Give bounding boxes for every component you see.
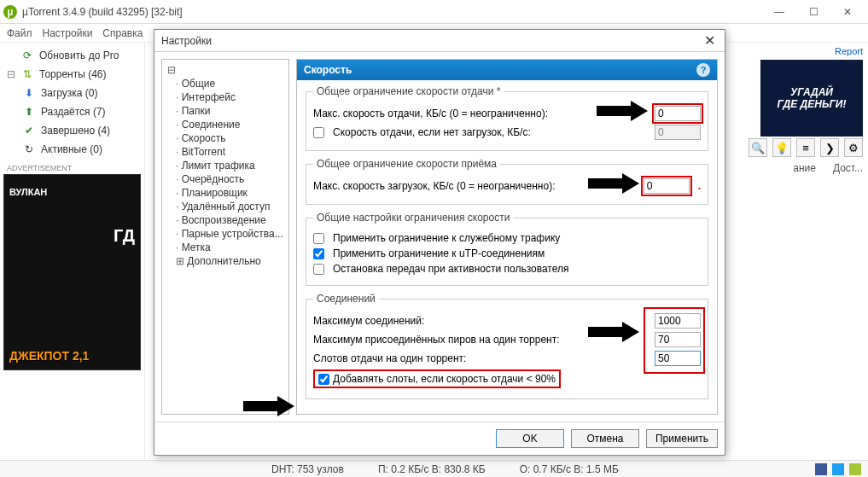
rss-button[interactable]: ≡ xyxy=(796,138,815,157)
alt-upload-input xyxy=(655,125,701,140)
sidebar-upgrade-label: Обновить до Pro xyxy=(39,49,119,61)
ad-label: ADVERTISEMENT xyxy=(0,159,144,172)
tree-general[interactable]: Общие xyxy=(167,77,283,90)
menu-settings[interactable]: Настройки xyxy=(43,27,93,39)
cancel-button[interactable]: Отмена xyxy=(571,429,639,448)
right-ad[interactable]: УГАДАЙ ГДЕ ДЕНЬГИ! xyxy=(760,60,863,137)
tree-playback[interactable]: Воспроизведение xyxy=(167,213,283,227)
max-download-label: Макс. скорость загрузок, КБ/с (0 = неогр… xyxy=(313,180,638,192)
tree-advanced[interactable]: Дополнительно xyxy=(167,254,283,268)
dialog-titlebar: Настройки ✕ xyxy=(154,30,725,52)
group-global-settings: Общие настройки ограничения скорости При… xyxy=(306,212,708,286)
remote-button[interactable]: ❯ xyxy=(820,138,839,157)
menu-file[interactable]: Файл xyxy=(7,27,32,39)
menu-help[interactable]: Справка xyxy=(102,27,143,39)
group-download-legend: Общее ограничение скорости приёма xyxy=(313,158,500,170)
gear-button[interactable]: ⚙ xyxy=(844,138,863,157)
ad-gde-text: ГД xyxy=(114,226,135,246)
sidebar-seeding-label: Раздаётся (7) xyxy=(41,106,106,118)
social-icons xyxy=(815,463,861,475)
settings-tree[interactable]: Общие Интерфейс Папки Соединение Скорост… xyxy=(161,59,289,415)
dialog-close-button[interactable]: ✕ xyxy=(701,32,718,49)
add-slots-row: Добавлять слоты, если скорость отдачи < … xyxy=(313,369,561,388)
statusbar: DHT: 753 узлов П: 0.2 КБ/с В: 830.8 КБ О… xyxy=(0,460,868,477)
group-upload-legend: Общее ограничение скорости отдачи * xyxy=(313,85,504,97)
apply-button[interactable]: Применить xyxy=(646,429,718,448)
sidebar-seeding[interactable]: ⬆Раздаётся (7) xyxy=(0,102,144,121)
slots-label: Слотов отдачи на один торрент: xyxy=(313,352,650,364)
add-slots-label: Добавлять слоты, если скорость отдачи < … xyxy=(333,373,556,385)
sidebar-torrents-label: Торренты (46) xyxy=(39,68,107,80)
tree-scheduler[interactable]: Планировщик xyxy=(167,186,283,200)
group-upload-limit: Общее ограничение скорости отдачи * Макс… xyxy=(306,85,708,151)
panel-header: Скорость ? xyxy=(297,60,717,80)
search-button[interactable]: 🔍 xyxy=(749,138,767,157)
apply-utp-label: Применить ограничение к uTP-соединениям xyxy=(333,247,545,259)
sidebar-active[interactable]: ↻Активные (0) xyxy=(0,140,144,159)
group-connections-legend: Соединений xyxy=(313,293,379,305)
col-header-2[interactable]: Дост... xyxy=(833,162,863,174)
twitter-icon[interactable] xyxy=(832,463,844,475)
max-download-input[interactable] xyxy=(644,178,690,194)
alt-upload-label: Скорость отдачи, если нет загрузок, КБ/с… xyxy=(333,126,650,138)
apply-utp-checkbox[interactable] xyxy=(313,248,324,259)
tree-bittorrent[interactable]: BitTorrent xyxy=(167,145,283,159)
close-button[interactable]: ✕ xyxy=(830,0,865,24)
sidebar-upgrade[interactable]: ⟳Обновить до Pro xyxy=(0,46,144,65)
group-connections: Соединений Максимум соединений: Максимум… xyxy=(306,293,708,399)
apply-overhead-checkbox[interactable] xyxy=(313,233,324,244)
sidebar: ⟳Обновить до Pro ⊟⇅Торренты (46) ⬇Загруз… xyxy=(0,43,145,460)
max-conn-label: Максимум соединений: xyxy=(313,315,650,327)
slots-input[interactable] xyxy=(655,351,701,366)
tree-speed[interactable]: Скорость xyxy=(167,131,283,145)
sidebar-downloading-label: Загрузка (0) xyxy=(41,87,98,99)
ad2-line1: УГАДАЙ xyxy=(790,86,833,98)
minimize-button[interactable]: — xyxy=(762,0,796,24)
dialog-title: Настройки xyxy=(161,35,701,47)
annotation-dot: . xyxy=(698,180,701,192)
stop-on-user-checkbox[interactable] xyxy=(313,264,324,275)
bulb-button[interactable]: 💡 xyxy=(772,138,791,157)
tree-bandwidth[interactable]: Лимит трафика xyxy=(167,159,283,172)
status-dht: DHT: 753 узлов xyxy=(271,463,344,475)
sidebar-torrents[interactable]: ⊟⇅Торренты (46) xyxy=(0,65,144,84)
tree-connection[interactable]: Соединение xyxy=(167,118,283,131)
col-header-1[interactable]: ание xyxy=(793,162,816,174)
tree-paired[interactable]: Парные устройства... xyxy=(167,227,283,241)
tree-remote[interactable]: Удалённый доступ xyxy=(167,200,283,213)
add-slots-checkbox[interactable] xyxy=(318,374,329,385)
max-upload-input[interactable] xyxy=(655,106,701,121)
tree-folders[interactable]: Папки xyxy=(167,104,283,118)
tree-queue[interactable]: Очерёдность xyxy=(167,172,283,186)
sidebar-downloading[interactable]: ⬇Загрузка (0) xyxy=(0,84,144,102)
list-headers: ание Дост... xyxy=(793,162,863,174)
ok-button[interactable]: OK xyxy=(496,429,564,448)
max-peers-input[interactable] xyxy=(655,332,701,347)
main-titlebar: µ µTorrent 3.4.9 (build 43295) [32-bit] … xyxy=(0,0,868,24)
tree-interface[interactable]: Интерфейс xyxy=(167,90,283,104)
group-download-limit: Общее ограничение скорости приёма Макс. … xyxy=(306,158,708,205)
group-global-legend: Общие настройки ограничения скорости xyxy=(313,212,513,224)
ad-jackpot-text: ДЖЕКПОТ 2,1 xyxy=(9,349,89,363)
window-title: µTorrent 3.4.9 (build 43295) [32-bit] xyxy=(22,6,762,18)
max-peers-label: Максимум присоединённых пиров на один то… xyxy=(313,334,650,346)
dialog-button-bar: OK Отмена Применить xyxy=(154,422,725,455)
alt-upload-checkbox[interactable] xyxy=(313,127,324,138)
status-download: О: 0.7 КБ/с В: 1.5 МБ xyxy=(520,463,619,475)
settings-dialog: Настройки ✕ Общие Интерфейс Папки Соедин… xyxy=(154,29,725,456)
facebook-icon[interactable] xyxy=(815,463,827,475)
ad-vulkan-text: ВУЛКАН xyxy=(9,187,47,197)
sidebar-completed-label: Завершено (4) xyxy=(41,125,110,137)
report-link[interactable]: Report xyxy=(835,46,863,56)
right-toolbar: 🔍 💡 ≡ ❯ ⚙ xyxy=(749,138,863,157)
android-icon[interactable] xyxy=(849,463,861,475)
sidebar-active-label: Активные (0) xyxy=(41,143,102,155)
sidebar-completed[interactable]: ✔Завершено (4) xyxy=(0,121,144,140)
help-icon[interactable]: ? xyxy=(696,63,710,77)
max-conn-input[interactable] xyxy=(655,313,701,329)
tree-label[interactable]: Метка xyxy=(167,241,283,254)
stop-on-user-label: Остановка передач при активности пользов… xyxy=(333,263,569,275)
maximize-button[interactable]: ☐ xyxy=(796,0,830,24)
sidebar-ad[interactable]: ВУЛКАН ГД ДЖЕКПОТ 2,1 xyxy=(3,174,141,370)
ad2-line2: ГДЕ ДЕНЬГИ! xyxy=(778,98,847,110)
